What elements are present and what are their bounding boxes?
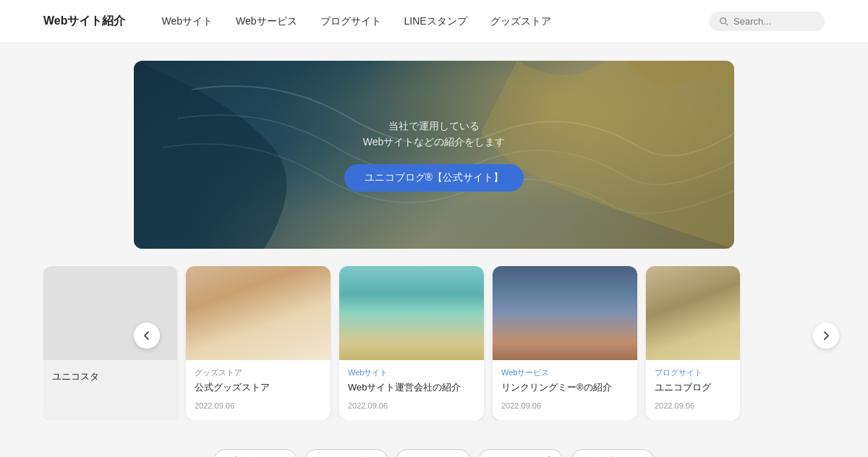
tag-goods[interactable]: グッズストア — [571, 449, 655, 457]
card-webservice[interactable]: Webサービス リンクリングミー®の紹介 2022.09.06 — [493, 266, 637, 420]
card-blog-image — [646, 266, 740, 360]
card-blog-title: ユニコブログ — [655, 381, 731, 394]
search-bar — [709, 12, 825, 31]
tag-webservice[interactable]: Webサービス — [305, 449, 389, 457]
card-goods[interactable]: グッズストア 公式グッズストア 2022.09.06 — [186, 266, 331, 420]
chevron-right-icon — [821, 330, 831, 341]
search-input[interactable] — [733, 16, 814, 27]
tags-section: ブログサイト Webサービス Webサイト LINEスタンプ グッズストア — [0, 437, 868, 457]
card-goods-image — [186, 266, 331, 360]
card-goods-date: 2022.09.06 — [195, 401, 322, 410]
card-website-image — [339, 266, 484, 360]
hero-banner: 当社で運用している Webサイトなどの紹介をします ユニコブログ®【公式サイト】 — [134, 61, 734, 249]
nav-link-line[interactable]: LINEスタンプ — [404, 15, 467, 28]
tag-website[interactable]: Webサイト — [396, 449, 471, 457]
card-website-category: Webサイト — [348, 367, 475, 378]
card-webservice-category: Webサービス — [501, 367, 629, 378]
card-website-title: Webサイト運営会社の紹介 — [348, 381, 475, 394]
nav-link-webservice[interactable]: Webサービス — [236, 15, 297, 28]
navbar: Webサイト紹介 Webサイト Webサービス ブログサイト LINEスタンプ … — [0, 0, 868, 43]
cards-section: ユニコスタ グッズストア 公式グッズストア 2022.09.06 Webサイト … — [0, 266, 868, 420]
nav-links: Webサイト Webサービス ブログサイト LINEスタンプ グッズストア — [161, 15, 680, 28]
hero-content: 当社で運用している Webサイトなどの紹介をします ユニコブログ®【公式サイト】 — [344, 118, 524, 192]
chevron-left-icon — [142, 330, 152, 341]
card-blog-category: ブログサイト — [655, 367, 731, 378]
cards-container: ユニコスタ グッズストア 公式グッズストア 2022.09.06 Webサイト … — [43, 266, 825, 420]
next-arrow-button[interactable] — [813, 323, 839, 349]
card-webservice-image — [493, 266, 637, 360]
card-blog-date: 2022.09.06 — [655, 401, 731, 410]
nav-link-website[interactable]: Webサイト — [161, 15, 213, 28]
svg-line-1 — [726, 23, 728, 25]
card-website-date: 2022.09.06 — [348, 401, 475, 410]
card-blog[interactable]: ブログサイト ユニコブログ 2022.09.06 — [646, 266, 740, 420]
card-website[interactable]: Webサイト Webサイト運営会社の紹介 2022.09.06 — [339, 266, 484, 420]
nav-link-goods[interactable]: グッズストア — [490, 15, 551, 28]
search-icon — [719, 17, 729, 27]
card-first-title: ユニコスタ — [43, 360, 177, 393]
tag-line[interactable]: LINEスタンプ — [478, 449, 564, 457]
nav-logo: Webサイト紹介 — [43, 14, 125, 29]
hero-cta-button[interactable]: ユニコブログ®【公式サイト】 — [344, 164, 524, 192]
tag-blog[interactable]: ブログサイト — [213, 449, 297, 457]
card-goods-title: 公式グッズストア — [195, 381, 322, 394]
nav-link-blog[interactable]: ブログサイト — [320, 15, 381, 28]
hero-subtitle: 当社で運用している Webサイトなどの紹介をします — [344, 118, 524, 150]
card-goods-category: グッズストア — [195, 367, 322, 378]
card-webservice-title: リンクリングミー®の紹介 — [501, 381, 629, 394]
card-webservice-date: 2022.09.06 — [501, 401, 629, 410]
prev-arrow-button[interactable] — [134, 323, 160, 349]
svg-point-0 — [720, 17, 726, 23]
